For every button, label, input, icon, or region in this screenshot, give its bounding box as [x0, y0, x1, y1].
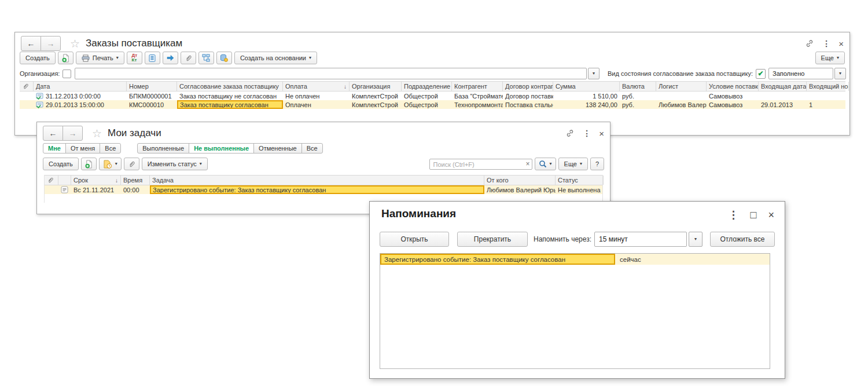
- attachment-column-header[interactable]: [45, 176, 58, 185]
- paperclip-icon: [185, 54, 192, 62]
- create-button[interactable]: Создать: [43, 158, 79, 170]
- stop-button[interactable]: Прекратить: [457, 232, 528, 247]
- column-header-contractor[interactable]: Контрагент: [452, 82, 503, 91]
- more-button[interactable]: Еще ▾: [558, 158, 588, 170]
- approval-cell: Заказ поставщику согласован: [177, 100, 283, 109]
- link-icon[interactable]: [565, 129, 575, 138]
- column-header-org[interactable]: Организация: [350, 82, 402, 91]
- copy-button[interactable]: [81, 158, 97, 170]
- approval-state-combo[interactable]: Заполнено: [768, 68, 833, 79]
- forward-button[interactable]: →: [41, 36, 61, 51]
- task-highlight: Зарегистрировано событие: Заказ поставщи…: [150, 185, 484, 194]
- organization-checkbox[interactable]: [62, 70, 71, 78]
- clear-search-icon[interactable]: ×: [526, 160, 530, 168]
- tab-all-status[interactable]: Все: [301, 143, 323, 154]
- print-button[interactable]: Печать ▾: [76, 52, 124, 64]
- column-header-number[interactable]: Номер: [127, 82, 177, 91]
- back-button[interactable]: ←: [21, 36, 41, 51]
- dropdown-icon: ▾: [309, 56, 311, 60]
- column-header-division[interactable]: Подразделение ор...: [402, 82, 452, 91]
- column-header-logist[interactable]: Логист: [656, 82, 707, 91]
- column-header-contract[interactable]: Договор контраген...: [503, 82, 553, 91]
- link-icon[interactable]: [805, 39, 814, 48]
- create-button[interactable]: Создать: [20, 52, 56, 64]
- postpone-all-button[interactable]: Отложить все: [710, 232, 775, 247]
- tab-all-scope[interactable]: Все: [100, 143, 121, 154]
- attachments-button[interactable]: [181, 52, 196, 64]
- dtkt-button[interactable]: ДтКт: [127, 52, 142, 64]
- division-cell: Общестрой: [402, 100, 452, 109]
- orders-toolbar: Создать Печать ▾ ДтКт: [20, 52, 845, 64]
- doc-plus-icon: [61, 54, 70, 63]
- forward-button[interactable]: →: [62, 126, 83, 141]
- more-button[interactable]: Еще ▾: [815, 52, 845, 64]
- organization-combo[interactable]: [75, 68, 587, 79]
- tab-from-me[interactable]: От меня: [65, 143, 100, 154]
- column-header-approval[interactable]: Согласование заказа поставщику: [177, 82, 283, 91]
- close-icon[interactable]: ×: [768, 210, 774, 220]
- change-status-button[interactable]: Изменить статус ▾: [142, 158, 208, 170]
- tab-mine[interactable]: Мне: [43, 143, 66, 154]
- approval-state-dropdown-button[interactable]: ▾: [834, 68, 846, 79]
- maximize-icon[interactable]: □: [751, 210, 757, 220]
- tab-cancelled[interactable]: Отмененные: [253, 143, 302, 154]
- approval-state-checkbox[interactable]: ✔: [756, 69, 766, 79]
- close-icon[interactable]: ×: [599, 129, 604, 138]
- menu-dots-icon[interactable]: ⋮: [729, 210, 739, 220]
- remind-interval-dropdown-button[interactable]: ▾: [689, 232, 703, 247]
- indate-cell: [759, 92, 807, 100]
- attachments-button[interactable]: [124, 158, 139, 170]
- column-header-sum[interactable]: Сумма: [553, 82, 620, 91]
- report-list-button[interactable]: [145, 52, 160, 64]
- column-header-from[interactable]: От кого: [484, 176, 556, 185]
- copy-button[interactable]: [58, 52, 73, 64]
- reminders-window-title: Напоминания: [381, 207, 456, 220]
- deadline-button[interactable]: ▾: [99, 158, 122, 170]
- tab-completed[interactable]: Выполненные: [137, 143, 189, 154]
- paperclip-icon: [22, 83, 29, 90]
- search-input[interactable]: [429, 159, 532, 170]
- close-icon[interactable]: ×: [838, 39, 844, 48]
- column-header-time[interactable]: Время: [121, 176, 150, 185]
- column-header-payment[interactable]: Оплата↓: [283, 82, 350, 91]
- remind-interval-combo[interactable]: 15 минут: [594, 232, 687, 247]
- attachment-column-header[interactable]: [20, 82, 34, 91]
- menu-dots-icon[interactable]: ⋮: [822, 39, 830, 47]
- icon-column-header[interactable]: [58, 176, 71, 185]
- currency-cell: руб.: [620, 92, 656, 100]
- create-based-button[interactable]: Создать на основании ▾: [234, 52, 317, 64]
- favorite-star-icon[interactable]: ☆: [70, 38, 80, 49]
- dropdown-icon: ▾: [593, 71, 595, 76]
- innumber-cell: [807, 92, 849, 100]
- column-header-status[interactable]: Статус: [556, 176, 604, 185]
- nav-buttons: ← →: [43, 126, 83, 141]
- column-header-currency[interactable]: Валюта: [620, 82, 656, 91]
- column-header-due[interactable]: Срок↓: [71, 176, 121, 185]
- back-button[interactable]: ←: [43, 126, 63, 141]
- tab-not-completed[interactable]: Не выполненные: [189, 143, 254, 154]
- favorite-star-icon[interactable]: ☆: [92, 128, 102, 139]
- structure-button[interactable]: [198, 52, 214, 64]
- column-header-delivery[interactable]: Условие поставки: [707, 82, 759, 91]
- help-button[interactable]: ?: [590, 158, 604, 170]
- reminder-row[interactable]: Зарегистрировано событие: Заказ поставщи…: [380, 254, 770, 265]
- column-header-indate[interactable]: Входящая дата: [759, 82, 807, 91]
- related-documents-button[interactable]: [216, 52, 232, 64]
- open-button[interactable]: Открыть: [380, 232, 449, 247]
- contract-cell: Поставка стальны...: [503, 100, 553, 109]
- table-row[interactable]: 31.12.2013 0:00:00 БПКМ0000001 Заказ пос…: [20, 92, 845, 100]
- organization-dropdown-button[interactable]: ▾: [588, 68, 599, 79]
- dropdown-icon: ▾: [116, 56, 119, 60]
- task-row[interactable]: Вс 21.11.2021 00:00 Зарегистрировано соб…: [45, 185, 602, 194]
- indate-cell: 29.01.2013: [759, 100, 807, 109]
- table-row-selected[interactable]: 29.01.2013 15:00:00 КМС000010 Заказ пост…: [20, 100, 845, 109]
- tasks-table: Срок↓ Время Задача От кого Статус Вс 21.…: [44, 175, 603, 203]
- search-button[interactable]: ▾: [535, 158, 556, 170]
- paperclip-icon: [47, 177, 54, 184]
- column-header-date[interactable]: Дата: [34, 82, 127, 91]
- go-arrow-button[interactable]: [163, 52, 178, 64]
- menu-dots-icon[interactable]: ⋮: [583, 129, 591, 137]
- reminders-window: Напоминания ⋮ □ × Открыть Прекратить Нап…: [369, 201, 785, 379]
- column-header-innumber[interactable]: Входящий номер: [807, 82, 849, 91]
- column-header-task[interactable]: Задача: [150, 176, 484, 185]
